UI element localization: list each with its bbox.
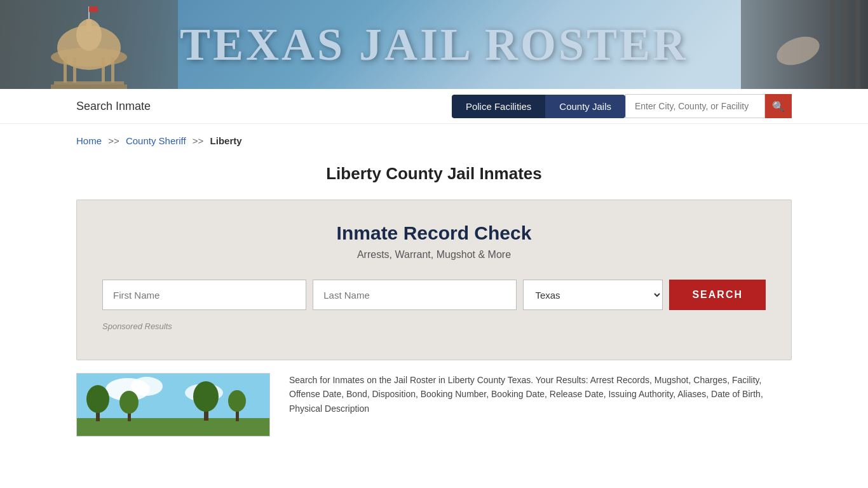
nav-bar: Search Inmate Police Facilities County J… bbox=[0, 89, 868, 124]
search-form-row: AlabamaAlaskaArizonaArkansasCaliforniaCo… bbox=[102, 280, 766, 310]
breadcrumb-sep-1: >> bbox=[108, 135, 119, 146]
sponsored-results-label: Sponsored Results bbox=[102, 322, 766, 331]
search-icon: 🔍 bbox=[772, 100, 785, 112]
banner-left-overlay bbox=[0, 0, 178, 89]
county-jails-button[interactable]: County Jails bbox=[545, 95, 625, 118]
svg-rect-9 bbox=[73, 57, 76, 83]
first-name-input[interactable] bbox=[102, 280, 306, 310]
liberty-county-image bbox=[77, 374, 270, 437]
last-name-input[interactable] bbox=[313, 280, 517, 310]
svg-rect-13 bbox=[51, 85, 127, 89]
svg-rect-17 bbox=[855, 0, 860, 89]
nav-right: Police Facilities County Jails 🔍 bbox=[452, 94, 792, 118]
svg-point-31 bbox=[228, 390, 246, 412]
breadcrumb-sep-2: >> bbox=[193, 135, 204, 146]
breadcrumb: Home >> County Sheriff >> Liberty bbox=[0, 124, 868, 152]
header-banner: Texas Jail Roster bbox=[0, 0, 868, 89]
svg-point-21 bbox=[131, 377, 163, 396]
capitol-dome-icon bbox=[0, 0, 178, 89]
bottom-description: Search for Inmates on the Jail Roster in… bbox=[289, 373, 792, 416]
nav-search-button[interactable]: 🔍 bbox=[765, 94, 792, 118]
jail-keys-icon bbox=[741, 0, 868, 89]
svg-rect-7 bbox=[89, 6, 98, 12]
svg-rect-15 bbox=[830, 0, 835, 89]
bottom-section: Search for Inmates on the Jail Roster in… bbox=[76, 373, 792, 437]
record-check-subtitle: Arrests, Warrant, Mugshot & More bbox=[102, 249, 766, 261]
svg-rect-12 bbox=[54, 81, 124, 85]
svg-rect-11 bbox=[111, 57, 114, 83]
svg-rect-23 bbox=[77, 418, 270, 437]
svg-point-29 bbox=[193, 381, 219, 412]
bottom-image bbox=[76, 373, 270, 437]
svg-rect-5 bbox=[86, 19, 92, 32]
svg-rect-16 bbox=[843, 0, 848, 89]
search-inmate-label: Search Inmate bbox=[76, 100, 151, 113]
nav-search-input[interactable] bbox=[625, 94, 765, 118]
svg-rect-8 bbox=[64, 57, 67, 83]
banner-right-overlay bbox=[741, 0, 868, 89]
record-check-title: Inmate Record Check bbox=[102, 222, 766, 244]
state-select[interactable]: AlabamaAlaskaArizonaArkansasCaliforniaCo… bbox=[523, 280, 663, 310]
page-title: Liberty County Jail Inmates bbox=[0, 152, 868, 190]
police-facilities-button[interactable]: Police Facilities bbox=[452, 95, 545, 118]
record-check-box: Inmate Record Check Arrests, Warrant, Mu… bbox=[76, 200, 792, 360]
svg-rect-10 bbox=[102, 57, 105, 83]
breadcrumb-current: Liberty bbox=[210, 135, 242, 146]
svg-point-27 bbox=[119, 391, 139, 414]
breadcrumb-county-sheriff-link[interactable]: County Sheriff bbox=[126, 135, 186, 146]
banner-title: Texas Jail Roster bbox=[180, 18, 688, 71]
svg-point-25 bbox=[86, 385, 109, 413]
search-button[interactable]: SEARCH bbox=[669, 280, 766, 310]
breadcrumb-home-link[interactable]: Home bbox=[76, 135, 102, 146]
